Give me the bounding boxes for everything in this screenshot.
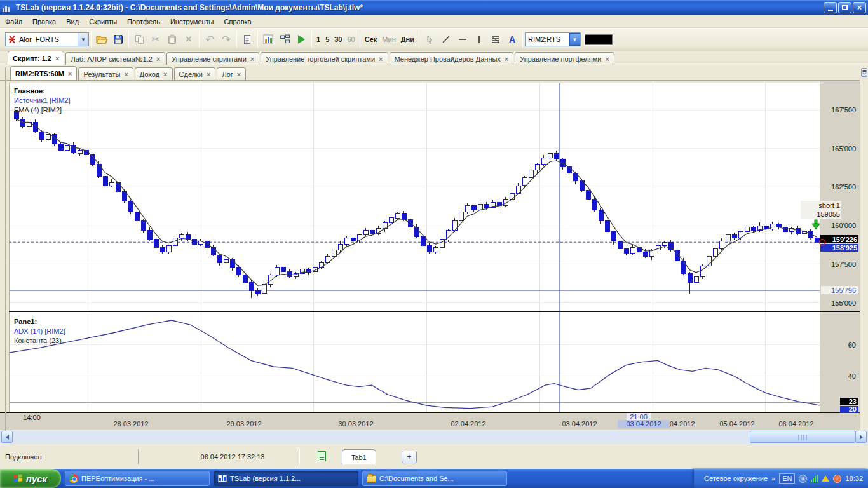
workspace-tab-Управление торговлей скриптами[interactable]: Управление торговлей скриптами× [261, 52, 388, 65]
redo-button[interactable]: ↷ [218, 31, 234, 48]
title-bar[interactable]: TSLab (версия 1.1.24.0:32bit) - C:\Docum… [0, 0, 868, 15]
date-tick-label: 29.03.2012 [226, 420, 261, 428]
nav-back-tray-icon[interactable]: ‹ [799, 475, 807, 483]
hline-icon [458, 35, 468, 44]
indicator-pane[interactable] [9, 312, 820, 412]
security-alert-icon[interactable] [833, 475, 841, 483]
language-indicator[interactable]: EN [779, 473, 795, 484]
scroll-left-icon [6, 435, 9, 440]
properties-button[interactable] [239, 31, 255, 48]
collapse-panel-button[interactable] [861, 68, 867, 77]
log-notebook-icon[interactable] [318, 451, 326, 461]
document-tab-Результаты[interactable]: Результаты× [78, 67, 133, 80]
timeframe-unit-Дни-button[interactable]: Дни [398, 36, 417, 43]
scroll-left-button[interactable] [1, 431, 13, 443]
chart-area[interactable]: 167'500165'000162'500160'000157'500155'0… [0, 81, 868, 444]
menu-Скрипты[interactable]: Скрипты [84, 16, 122, 27]
close-tab-icon[interactable]: × [156, 55, 160, 63]
pane-splitter[interactable] [9, 311, 860, 312]
cursor-button[interactable] [421, 31, 438, 48]
taskbar-button-folder[interactable]: C:\Documents and Se... [362, 471, 507, 486]
menu-Правка[interactable]: Правка [27, 16, 61, 27]
timeframe-5-button[interactable]: 5 [323, 36, 332, 43]
minimize-button[interactable] [824, 2, 837, 13]
menu-Инструменты[interactable]: Инструменты [165, 16, 219, 27]
document-tab-Лог[interactable]: Лог× [217, 67, 246, 80]
taskbar-button-chrome[interactable]: ПЕРЕоптимизация - ... [65, 471, 210, 486]
close-tab-icon[interactable]: × [379, 55, 383, 63]
date-tick-label: 02.04.2012 [451, 420, 485, 428]
close-tab-icon[interactable]: × [124, 71, 128, 78]
workspace-tab-Скрипт: 1.2[interactable]: Скрипт: 1.2× [8, 51, 64, 65]
close-tab-icon[interactable]: × [207, 71, 210, 78]
workspace-tab-Лаб: АЛОР система№1.2[interactable]: Лаб: АЛОР система№1.2× [65, 52, 165, 65]
color-swatch[interactable] [585, 34, 613, 45]
symbol-combo[interactable]: RIM2:RTS ▼ [525, 32, 581, 46]
run-button[interactable] [293, 31, 309, 48]
document-tab-RIM2:RTS:60M[interactable]: RIM2:RTS:60M× [10, 66, 77, 80]
menu-Вид[interactable]: Вид [61, 16, 84, 27]
close-tab-icon[interactable]: × [237, 71, 241, 78]
close-tab-icon[interactable]: × [605, 55, 609, 63]
close-tab-icon[interactable]: × [163, 71, 167, 78]
document-tab-label: Сделки [179, 71, 203, 78]
network-warning-icon[interactable] [822, 475, 829, 482]
hline-button[interactable] [454, 31, 471, 48]
levels-button[interactable] [487, 31, 504, 48]
workspace-tab-label: Управление скриптами [172, 55, 246, 63]
taskbar-button-tslab[interactable]: TSLab (версия 1.1.2... [214, 471, 358, 486]
close-button[interactable]: × [853, 2, 866, 13]
tray-clock: 18:32 [845, 475, 863, 482]
close-tab-icon[interactable]: × [68, 70, 72, 78]
cut-button[interactable]: ✂ [147, 31, 164, 48]
chart-canvas[interactable]: 167'500165'000162'500160'000157'500155'0… [0, 81, 868, 444]
add-page-button[interactable]: + [402, 451, 417, 463]
workspace-tab-label: Управление портфелями [520, 55, 601, 63]
document-tab-Сделки[interactable]: Сделки× [174, 67, 216, 80]
script-diagram-button[interactable] [276, 31, 293, 48]
timeframe-unit-Сек-button[interactable]: Сек [362, 36, 380, 43]
text-tool-button[interactable]: A [504, 31, 520, 48]
copy-button[interactable] [131, 31, 147, 48]
folder-icon [367, 475, 376, 482]
start-button[interactable]: пуск [0, 469, 61, 488]
left-panel-splitter[interactable] [5, 67, 6, 442]
menu-Портфель[interactable]: Портфель [122, 16, 165, 27]
tray-chevron-icon[interactable]: » [771, 475, 775, 482]
menu-Справка[interactable]: Справка [219, 16, 257, 27]
toolbar: Alor_FORTS ▼ ✂ × ↶ ↷ 153060 СекМинДни A [0, 28, 868, 51]
scroll-right-button[interactable] [855, 431, 867, 443]
signal-strength-icon[interactable] [811, 475, 818, 482]
properties-icon [243, 34, 252, 44]
symbol-dropdown-arrow[interactable]: ▼ [569, 33, 580, 46]
account-dropdown-arrow[interactable]: ▼ [78, 33, 88, 46]
open-button[interactable] [93, 31, 110, 48]
timeframe-60-button[interactable]: 60 [345, 36, 358, 43]
workspace-tab-Управление скриптами[interactable]: Управление скриптами× [166, 52, 259, 65]
workspace-page-tab[interactable]: Tab1 [342, 449, 376, 464]
workspace-tab-label: Лаб: АЛОР система№1.2 [71, 55, 152, 63]
workspace-tab-Управление портфелями[interactable]: Управление портфелями× [515, 52, 614, 65]
close-tab-icon[interactable]: × [55, 55, 59, 62]
close-tab-icon[interactable]: × [250, 55, 254, 63]
scrollbar-thumb[interactable] [750, 431, 855, 443]
document-tab-Доход[interactable]: Доход× [135, 67, 173, 80]
workspace-tab-Менеджер Провайдеров Данных[interactable]: Менеджер Провайдеров Данных× [390, 52, 514, 65]
timeframe-30-button[interactable]: 30 [332, 36, 344, 43]
chart-button[interactable] [260, 31, 276, 48]
account-combo[interactable]: Alor_FORTS ▼ [5, 32, 89, 46]
undo-button[interactable]: ↶ [201, 31, 218, 48]
trendline-button[interactable] [438, 31, 454, 48]
timeframe-1-button[interactable]: 1 [314, 36, 323, 43]
paste-button[interactable] [164, 31, 180, 48]
save-button[interactable] [110, 31, 126, 48]
vline-button[interactable] [471, 31, 487, 48]
delete-button[interactable]: × [180, 31, 197, 48]
menu-Файл[interactable]: Файл [0, 16, 27, 27]
price-tick-label: 155'000 [831, 299, 856, 307]
chart-hscrollbar[interactable] [0, 431, 868, 443]
timeframe-unit-Мин-button[interactable]: Мин [379, 36, 398, 43]
close-tab-icon[interactable]: × [505, 55, 508, 63]
maximize-button[interactable] [838, 2, 851, 13]
network-places-label[interactable]: Сетевое окружение [704, 475, 768, 482]
